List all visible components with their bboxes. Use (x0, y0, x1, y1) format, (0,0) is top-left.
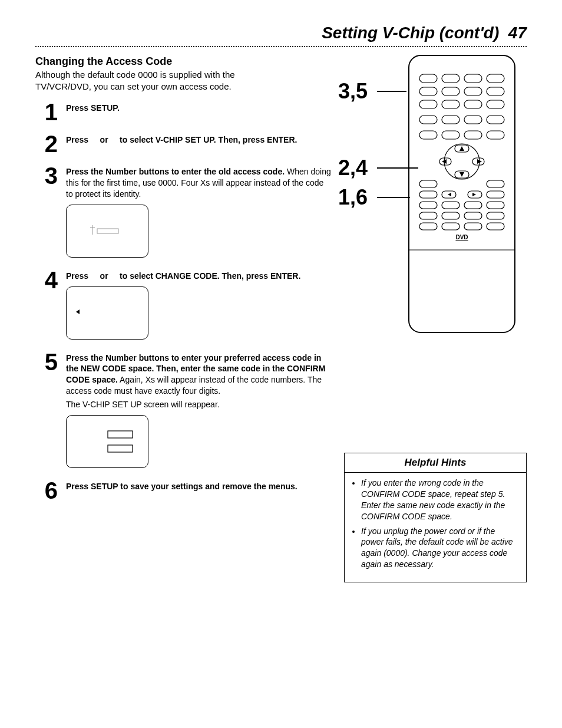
svg-rect-24 (442, 131, 459, 139)
svg-rect-9 (464, 74, 482, 83)
svg-rect-14 (487, 87, 504, 95)
step-bold: Press SETUP to save your settings and re… (66, 482, 297, 491)
content-columns: Changing the Access Code Although the de… (35, 55, 527, 582)
step-6: 6 Press SETUP to save your settings and … (35, 479, 332, 502)
svg-marker-55 (448, 193, 451, 196)
svg-rect-26 (487, 131, 504, 139)
callout-line (377, 197, 410, 198)
svg-rect-38 (419, 191, 437, 198)
svg-rect-50 (419, 223, 437, 230)
section-intro: Although the default code 0000 is suppli… (35, 69, 247, 92)
step-body: Press SETUP to save your settings and re… (66, 479, 332, 492)
callout-line (377, 167, 418, 169)
callout-2-4: 2,4 (338, 156, 368, 180)
step-number: 4 (35, 268, 58, 292)
svg-rect-7 (419, 74, 437, 83)
svg-rect-48 (464, 212, 482, 219)
svg-rect-22 (487, 116, 504, 124)
svg-marker-32 (459, 146, 464, 151)
svg-rect-21 (464, 116, 482, 124)
step-number: 1 (35, 100, 58, 124)
page-number: 47 (508, 24, 527, 42)
page: Setting V-Chip (cont'd) 47 Changing the … (0, 0, 562, 630)
osd-icon (67, 287, 149, 340)
step-bold: Press or to select CHANGE CODE. Then, pr… (66, 271, 300, 281)
step-bold: Press or to select V-CHIP SET UP. Then, … (66, 135, 297, 144)
svg-rect-41 (487, 191, 504, 198)
hint-item: If you unplug the power cord or if the p… (361, 526, 519, 571)
step-body: Press or to select V-CHIP SET UP. Then, … (66, 132, 332, 146)
remote-dvd-label: DVD (455, 234, 468, 241)
step-number: 6 (35, 479, 58, 502)
step-body: Press the Number buttons to enter the ol… (66, 164, 332, 260)
svg-rect-5 (108, 445, 133, 452)
step-number: 5 (35, 350, 58, 374)
remote-diagram: 3,5 2,4 1,6 (344, 50, 527, 341)
step-body: Press or to select CHANGE CODE. Then, pr… (66, 268, 332, 342)
step-5: 5 Press the Number buttons to enter your… (35, 350, 332, 470)
screen-figure-access-code (66, 205, 148, 258)
svg-marker-3 (76, 309, 80, 314)
svg-rect-25 (464, 131, 482, 139)
svg-rect-52 (464, 223, 482, 230)
step-text-2: The V-CHIP SET UP screen will reappear. (66, 399, 332, 410)
callout-line (377, 91, 406, 92)
svg-rect-23 (419, 131, 437, 139)
svg-marker-33 (459, 172, 464, 177)
svg-rect-10 (487, 74, 504, 83)
svg-rect-20 (442, 116, 459, 124)
callout-3-5: 3,5 (338, 79, 368, 104)
svg-rect-8 (442, 74, 459, 83)
callout-1-6: 1,6 (338, 185, 368, 210)
svg-marker-54 (472, 193, 476, 196)
screen-figure-change-code (66, 286, 148, 340)
svg-rect-42 (419, 202, 437, 209)
svg-rect-45 (487, 202, 504, 209)
step-bold: Press the Number buttons to enter the ol… (66, 167, 285, 176)
svg-rect-17 (464, 100, 482, 108)
step-bold: Press SETUP. (66, 103, 120, 113)
step-body: Press the Number buttons to enter your p… (66, 350, 332, 470)
divider (35, 46, 527, 47)
header-title: Setting V-Chip (cont'd) (322, 24, 499, 42)
svg-rect-36 (419, 180, 437, 187)
svg-rect-53 (487, 223, 504, 230)
svg-rect-49 (487, 212, 504, 219)
svg-rect-46 (419, 212, 437, 219)
step-number: 2 (35, 132, 58, 156)
svg-rect-4 (108, 431, 133, 438)
page-header: Setting V-Chip (cont'd) 47 (35, 24, 527, 42)
hints-body: If you enter the wrong code in the CONFI… (345, 473, 526, 582)
screen-figure-new-code (66, 415, 148, 468)
remote-icon: DVD (403, 50, 521, 338)
step-3: 3 Press the Number buttons to enter the … (35, 164, 332, 260)
svg-rect-47 (442, 212, 459, 219)
svg-rect-11 (419, 87, 437, 95)
section-title: Changing the Access Code (35, 55, 332, 68)
svg-rect-37 (487, 180, 504, 187)
step-4: 4 Press or to select CHANGE CODE. Then, … (35, 268, 332, 342)
hint-item: If you enter the wrong code in the CONFI… (361, 477, 519, 522)
step-number: 3 (35, 164, 58, 187)
left-column: Changing the Access Code Although the de… (35, 55, 332, 502)
svg-rect-15 (419, 100, 437, 108)
step-2: 2 Press or to select V-CHIP SET UP. Then… (35, 132, 332, 156)
hints-title: Helpful Hints (345, 453, 526, 473)
step-1: 1 Press SETUP. (35, 100, 332, 124)
svg-rect-0 (97, 229, 118, 233)
osd-icon (67, 205, 149, 258)
right-column: 3,5 2,4 1,6 (344, 55, 527, 582)
svg-rect-19 (419, 116, 437, 124)
osd-icon (67, 416, 149, 469)
svg-rect-16 (442, 100, 459, 108)
svg-rect-44 (464, 202, 482, 209)
svg-rect-12 (442, 87, 459, 95)
svg-rect-43 (442, 202, 459, 209)
svg-rect-18 (487, 100, 504, 108)
steps-list: 1 Press SETUP. 2 Press or to select V-CH… (35, 100, 332, 502)
helpful-hints-box: Helpful Hints If you enter the wrong cod… (344, 453, 527, 582)
svg-rect-13 (464, 87, 482, 95)
step-body: Press SETUP. (66, 100, 332, 114)
svg-rect-51 (442, 223, 459, 230)
